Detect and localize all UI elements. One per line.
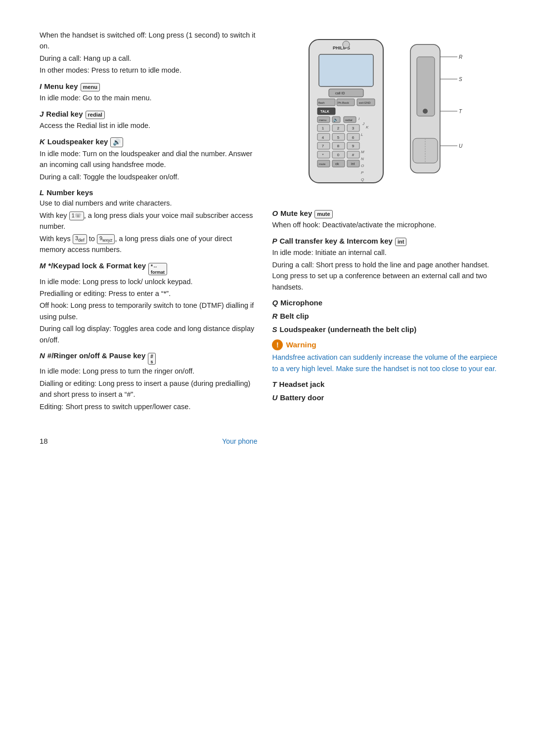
heading-K: Loudspeaker key: [47, 137, 108, 146]
body-M-2: Predialling or editing: Press to enter a…: [40, 288, 257, 299]
body-M-1: In idle mode: Long press to lock/ unlock…: [40, 276, 257, 287]
warning-icon: !: [272, 339, 283, 350]
body-M-4: During call log display: Toggles area co…: [40, 323, 257, 345]
right-column: PHILIPS call ID flash Ph.Book exit END T…: [272, 30, 499, 445]
svg-text:8: 8: [337, 144, 340, 148]
page-number: 18: [40, 437, 48, 445]
heading-T: Headset jack: [279, 380, 325, 388]
svg-text:flash: flash: [318, 101, 325, 104]
letter-Q: Q: [272, 298, 278, 307]
section-R: R Belt clip: [272, 312, 499, 320]
key-badge-mute: mute: [314, 210, 332, 218]
body-M-3: Off hook: Long press to temporarily swit…: [40, 300, 257, 322]
page-layout: When the handset is switched off: Long p…: [40, 30, 499, 445]
svg-text:0: 0: [337, 153, 340, 157]
svg-text:T: T: [459, 109, 462, 114]
svg-text:TALK: TALK: [320, 110, 329, 113]
intro-text-1: When the handset is switched off: Long p…: [40, 30, 257, 52]
svg-text:9: 9: [352, 144, 355, 148]
svg-rect-1: [319, 54, 373, 86]
section-U: U Battery door: [272, 393, 499, 402]
body-L-3: With keys 3def to 9wxyz, a long press di…: [40, 233, 257, 255]
svg-text:1: 1: [322, 126, 324, 130]
svg-text:mute: mute: [319, 163, 326, 166]
body-P-1: In idle mode: Initiate an internal call.: [272, 247, 499, 258]
key-badge-menu: menu: [81, 83, 100, 91]
body-N-1: In idle mode: Long press to turn the rin…: [40, 366, 257, 377]
body-L-1: Use to dial numbers and write characters…: [40, 198, 257, 209]
section-M: M */Keypad lock & Format key *↔format In…: [40, 261, 257, 346]
svg-text:L: L: [361, 132, 363, 137]
svg-text:U: U: [459, 143, 463, 149]
svg-text:exit END: exit END: [359, 101, 371, 104]
page-footer: 18 Your phone: [40, 432, 257, 445]
key-badge-format: *↔format: [148, 263, 167, 275]
heading-J: Redial key: [46, 110, 83, 118]
heading-U: Battery door: [280, 393, 324, 402]
letter-L: L: [40, 188, 44, 197]
svg-text:4: 4: [322, 135, 324, 140]
letter-T: T: [272, 380, 276, 388]
svg-text:M: M: [361, 150, 364, 154]
body-I: In idle mode: Go to the main menu.: [40, 92, 257, 103]
warning-text: Handsfree activation can suddenly increa…: [272, 352, 499, 374]
body-K-2: During a call: Toggle the loudspeaker on…: [40, 171, 257, 182]
phone-image-area: PHILIPS call ID flash Ph.Book exit END T…: [272, 30, 499, 195]
letter-U: U: [272, 393, 277, 402]
svg-text:*: *: [322, 153, 324, 157]
letter-M: M: [40, 261, 46, 270]
svg-text:6: 6: [352, 135, 355, 140]
section-L: L Number keys Use to dial numbers and wr…: [40, 188, 257, 255]
svg-rect-60: [417, 57, 435, 116]
body-N-3: Editing: Short press to switch upper/low…: [40, 401, 257, 412]
section-I: I Menu key menu In idle mode: Go to the …: [40, 82, 257, 104]
body-L-2: With key 1☏, a long press dials your voi…: [40, 210, 257, 232]
heading-Q: Microphone: [280, 298, 322, 307]
letter-K: K: [40, 137, 45, 146]
heading-O: Mute key: [280, 209, 312, 217]
svg-text:R: R: [459, 54, 462, 60]
key-badge-hash: #$: [148, 353, 156, 365]
key-badge-redial: redial: [86, 111, 105, 119]
warning-title: ! Warning: [272, 339, 499, 350]
heading-R: Belt clip: [280, 312, 309, 320]
svg-text:5: 5: [337, 135, 340, 140]
heading-N: #/Ringer on/off & Pause key: [47, 351, 145, 360]
key-badge-loudspeaker: 🔊: [110, 137, 123, 147]
section-P: P Call transfer key & Intercom key int I…: [272, 237, 499, 293]
section-O: O Mute key mute When off hook: Deactivat…: [272, 209, 499, 231]
heading-M: */Keypad lock & Format key: [48, 261, 146, 270]
intro-text-3: In other modes: Press to return to idle …: [40, 65, 257, 76]
svg-text:2: 2: [337, 126, 340, 130]
svg-text:O: O: [361, 164, 364, 168]
letter-R: R: [272, 312, 277, 320]
svg-text:3: 3: [352, 126, 355, 130]
section-J: J Redial key redial Access the Redial li…: [40, 110, 257, 131]
svg-text:K: K: [366, 125, 369, 129]
right-text-content: O Mute key mute When off hook: Deactivat…: [272, 204, 499, 445]
body-J: Access the Redial list in idle mode.: [40, 120, 257, 131]
svg-text:call ID: call ID: [335, 91, 345, 95]
body-N-2: Dialling or editing: Long press to inser…: [40, 378, 257, 400]
section-T: T Headset jack: [272, 380, 499, 388]
svg-text:ok: ok: [335, 162, 339, 166]
svg-text:S: S: [459, 77, 462, 82]
svg-text:redial: redial: [345, 119, 353, 122]
heading-S: Loudspeaker (underneath the belt clip): [279, 325, 416, 334]
body-P-2: During a call: Short press to hold the l…: [272, 259, 499, 293]
left-column: When the handset is switched off: Long p…: [40, 30, 257, 445]
letter-P: P: [272, 237, 277, 245]
svg-rect-4: [329, 89, 363, 97]
intro-text-2: During a call: Hang up a call.: [40, 53, 257, 64]
warning-label: Warning: [286, 340, 316, 349]
svg-point-69: [423, 109, 428, 114]
svg-text:int: int: [351, 162, 355, 166]
body-O: When off hook: Deactivate/activate the m…: [272, 219, 499, 230]
heading-L: Number keys: [46, 188, 93, 197]
svg-text:Ph.Book: Ph.Book: [338, 101, 350, 104]
svg-point-3: [343, 41, 350, 48]
key-badge-int: int: [395, 238, 406, 246]
letter-N: N: [40, 351, 45, 360]
svg-text:7: 7: [322, 144, 324, 148]
svg-text:#: #: [352, 153, 355, 157]
